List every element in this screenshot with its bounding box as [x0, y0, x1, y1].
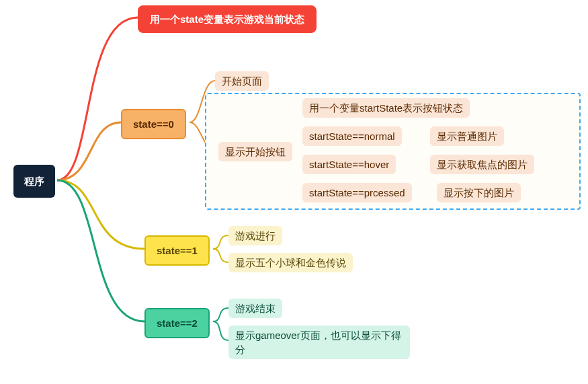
- leaf-show-normal-img[interactable]: 显示普通图片: [430, 126, 504, 146]
- leaf-show-start-button[interactable]: 显示开始按钮: [218, 142, 292, 161]
- leaf-show-balls[interactable]: 显示五个小球和金色传说: [228, 253, 353, 272]
- leaf-startstate-pressed[interactable]: startState==prcessed: [302, 183, 412, 202]
- leaf-show-hover-img[interactable]: 显示获取焦点的图片: [430, 155, 534, 174]
- banner-state-desc[interactable]: 用一个state变量表示游戏当前状态: [138, 5, 317, 33]
- leaf-game-running[interactable]: 游戏进行: [228, 226, 282, 245]
- leaf-startstate-normal[interactable]: startState==normal: [302, 126, 402, 146]
- leaf-show-gameover-page[interactable]: 显示gameover页面，也可以显示下得分: [228, 325, 410, 359]
- leaf-start-page[interactable]: 开始页面: [215, 71, 269, 91]
- root-node[interactable]: 程序: [13, 165, 55, 198]
- leaf-show-pressed-img[interactable]: 显示按下的图片: [437, 183, 521, 202]
- leaf-startstate-desc[interactable]: 用一个变量startState表示按钮状态: [302, 98, 470, 118]
- node-state2[interactable]: state==2: [144, 308, 210, 338]
- node-state0[interactable]: state==0: [121, 109, 186, 139]
- leaf-startstate-hover[interactable]: startState==hover: [302, 155, 396, 174]
- node-state1[interactable]: state==1: [144, 235, 210, 266]
- leaf-game-over[interactable]: 游戏结束: [228, 299, 282, 318]
